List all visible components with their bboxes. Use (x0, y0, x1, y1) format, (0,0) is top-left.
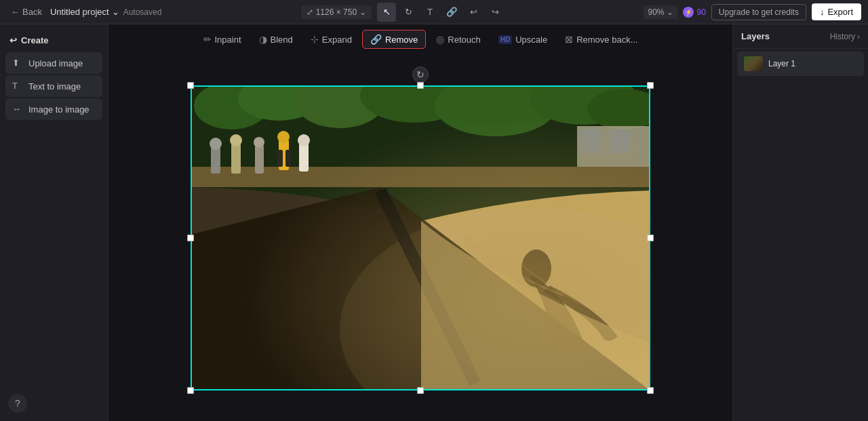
remove-tool-button[interactable]: 🔗 Remove (362, 30, 426, 49)
create-icon: ↩ (9, 35, 17, 45)
toolbar-strip: ✏ Inpaint ◑ Blend ⊹ Expand 🔗 Remove ◎ Re… (108, 24, 732, 54)
resize-icon: ⤢ (307, 7, 313, 17)
credits-icon: ⚡ (683, 7, 694, 18)
back-icon: ← (11, 7, 20, 17)
canvas-wrapper: ↻ (108, 54, 732, 421)
sidebar-item-text-to-image[interactable]: T Text to image (5, 75, 102, 97)
sidebar-left: ↩ Create ⬆ Upload image T Text to image … (0, 24, 108, 421)
text-icon: T (427, 7, 433, 17)
zoom-level: 90% (648, 7, 664, 17)
sidebar-item-image-to-image[interactable]: ↔ Image to image (5, 98, 102, 120)
topbar-center: ⤢ 1126 × 750 ⌄ ↖ ↻ T 🔗 ↩ ↪ (167, 3, 638, 22)
blend-icon: ◑ (259, 34, 267, 45)
handle-top-right[interactable] (647, 82, 654, 89)
layer-item[interactable]: Layer 1 (737, 52, 864, 76)
download-icon: ↓ (820, 7, 825, 17)
handle-top-middle[interactable] (417, 82, 424, 89)
layers-header: Layers History › (733, 24, 868, 49)
canvas-size-chevron: ⌄ (359, 7, 366, 17)
remove-back-label: Remove back... (576, 35, 637, 45)
topbar-tools: ↖ ↻ T 🔗 ↩ ↪ (377, 3, 505, 22)
inpaint-tool-button[interactable]: ✏ Inpaint (196, 31, 249, 48)
undo-icon: ↩ (470, 7, 477, 17)
expand-icon: ⊹ (311, 34, 319, 45)
history-chevron-icon: › (857, 32, 860, 41)
cursor-tool-button[interactable]: ↖ (377, 3, 396, 22)
expand-label: Expand (322, 35, 352, 45)
cursor-icon: ↖ (383, 7, 391, 17)
redo-button[interactable]: ↪ (486, 3, 505, 22)
rotate-tool-button[interactable]: ↻ (399, 3, 418, 22)
topbar-left: ← Back Untitled project ⌄ Autosaved (7, 5, 161, 19)
topbar: ← Back Untitled project ⌄ Autosaved ⤢ 11… (0, 0, 868, 24)
create-header: ↩ Create (5, 33, 102, 52)
blend-tool-button[interactable]: ◑ Blend (252, 31, 300, 48)
retouch-label: Retouch (448, 35, 480, 45)
undo-button[interactable]: ↩ (464, 3, 483, 22)
credits-badge: ⚡ 90 (683, 7, 705, 18)
layer-name: Layer 1 (768, 59, 795, 68)
canvas-area: ✏ Inpaint ◑ Blend ⊹ Expand 🔗 Remove ◎ Re… (108, 24, 732, 421)
remove-label: Remove (385, 35, 418, 45)
upload-image-label: Upload image (28, 58, 83, 68)
canvas-image (191, 85, 650, 390)
canvas-size-label: 1126 × 750 (316, 7, 357, 17)
export-button[interactable]: ↓ Export (812, 3, 861, 20)
skatepark-overlay (191, 85, 650, 390)
handle-bottom-middle[interactable] (417, 387, 424, 394)
retouch-icon: ◎ (436, 34, 444, 45)
text-tool-button[interactable]: T (420, 3, 439, 22)
create-label: Create (21, 35, 48, 45)
sidebar-item-upload-image[interactable]: ⬆ Upload image (5, 52, 102, 74)
refresh-handle[interactable]: ↻ (412, 66, 429, 83)
canvas-size-control[interactable]: ⤢ 1126 × 750 ⌄ (301, 5, 372, 19)
refresh-icon: ↻ (416, 69, 425, 80)
question-icon: ? (15, 398, 20, 409)
history-label: History (830, 32, 855, 41)
upscale-tool-button[interactable]: HD Upscale (491, 31, 555, 48)
zoom-control[interactable]: 90% ⌄ (644, 5, 677, 19)
canvas-image-container[interactable]: ↻ (191, 85, 650, 390)
credits-count: 90 (696, 7, 705, 17)
text-to-image-icon: T (12, 81, 23, 92)
layers-title: Layers (741, 31, 770, 41)
project-chevron-icon: ⌄ (112, 7, 119, 17)
upgrade-label: Upgrade to get credits (719, 7, 799, 17)
handle-bottom-left[interactable] (187, 387, 194, 394)
blend-label: Blend (271, 35, 293, 45)
expand-tool-button[interactable]: ⊹ Expand (303, 31, 359, 48)
remove-back-icon: ⊠ (565, 34, 573, 45)
text-to-image-label: Text to image (28, 81, 81, 92)
autosaved-status: Autosaved (123, 7, 162, 17)
handle-middle-left[interactable] (187, 235, 194, 241)
history-button[interactable]: History › (830, 32, 860, 41)
upgrade-button[interactable]: Upgrade to get credits (711, 4, 806, 20)
project-name[interactable]: Untitled project ⌄ (50, 7, 119, 17)
layer-thumbnail (744, 56, 763, 71)
export-label: Export (827, 7, 853, 17)
topbar-right: 90% ⌄ ⚡ 90 Upgrade to get credits ↓ Expo… (644, 3, 861, 20)
sidebar-right: Layers History › Layer 1 (732, 24, 868, 421)
handle-bottom-right[interactable] (647, 387, 654, 394)
zoom-chevron-icon: ⌄ (667, 7, 673, 17)
main-layout: ↩ Create ⬆ Upload image T Text to image … (0, 24, 868, 421)
handle-middle-right[interactable] (647, 235, 654, 241)
image-to-image-label: Image to image (28, 104, 90, 115)
retouch-tool-button[interactable]: ◎ Retouch (429, 31, 488, 48)
image-to-image-icon: ↔ (12, 104, 23, 115)
project-name-text: Untitled project (50, 7, 109, 17)
skatepark-background (191, 85, 650, 390)
upload-image-icon: ⬆ (12, 58, 23, 68)
handle-top-left[interactable] (187, 82, 194, 89)
inpaint-icon: ✏ (203, 34, 212, 45)
inpaint-label: Inpaint (215, 35, 241, 45)
remove-icon: 🔗 (370, 34, 382, 45)
upscale-label: Upscale (515, 35, 547, 45)
link-tool-button[interactable]: 🔗 (442, 3, 461, 22)
redo-icon: ↪ (492, 7, 499, 17)
remove-back-tool-button[interactable]: ⊠ Remove back... (557, 31, 645, 48)
back-button[interactable]: ← Back (7, 5, 46, 19)
link-icon: 🔗 (446, 7, 458, 17)
rotate-icon: ↻ (405, 7, 412, 17)
help-button[interactable]: ? (8, 394, 27, 413)
